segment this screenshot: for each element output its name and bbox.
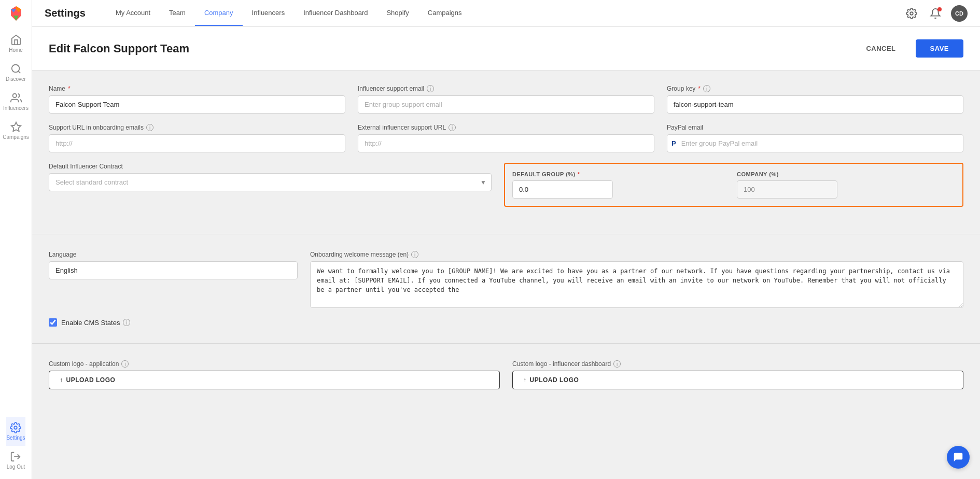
name-label: Name *	[49, 85, 345, 92]
sidebar: Home Discover Influencers Campaigns Sett…	[0, 0, 32, 479]
nav-link-company[interactable]: Company	[195, 1, 243, 26]
onboarding-msg-label: Onboarding welcome message (en) i	[310, 251, 963, 258]
influencer-email-input[interactable]	[358, 95, 654, 114]
svg-point-5	[11, 65, 19, 73]
form-row-language: Language Onboarding welcome message (en)…	[49, 251, 963, 308]
company-input	[737, 180, 837, 199]
enable-cms-label: Enable CMS States i	[61, 319, 130, 327]
paypal-email-label: PayPal email	[667, 124, 963, 131]
form-section-language: Language Onboarding welcome message (en)…	[32, 236, 980, 341]
external-url-info-icon: i	[449, 124, 456, 131]
contract-select[interactable]	[49, 173, 492, 191]
enable-cms-row: Enable CMS States i	[49, 318, 963, 327]
paypal-input-wrapper: P	[667, 134, 963, 152]
sidebar-campaigns-label: Campaigns	[3, 134, 29, 140]
app-title: Settings	[45, 7, 86, 19]
sidebar-item-settings[interactable]: Settings	[6, 417, 25, 446]
paypal-email-input[interactable]	[679, 135, 959, 152]
upload-logo-dash-button[interactable]: ↑ UPLOAD LOGO	[512, 371, 963, 389]
form-row-3: Default Influencer Contract ▼ DEFAULT GR…	[49, 163, 963, 207]
app-logo[interactable]	[7, 4, 25, 23]
contract-label: Default Influencer Contract	[49, 163, 492, 170]
page-title: Edit Falcon Support Team	[49, 42, 189, 55]
svg-point-7	[12, 94, 16, 97]
svg-point-11	[910, 12, 913, 15]
sidebar-logout-label: Log Out	[7, 464, 25, 470]
onboarding-msg-info-icon: i	[411, 251, 418, 258]
notification-dot	[937, 7, 942, 11]
section-divider-1	[32, 234, 980, 234]
notification-icon-btn[interactable]	[927, 5, 944, 22]
enable-cms-checkbox[interactable]	[49, 318, 57, 327]
sidebar-discover-label: Discover	[6, 76, 26, 82]
form-group-external-url: External influencer support URL i	[358, 124, 654, 152]
language-label: Language	[49, 251, 298, 258]
sidebar-settings-label: Settings	[6, 435, 25, 441]
influencer-email-info-icon: i	[427, 85, 434, 92]
upload-dash-icon: ↑	[523, 376, 527, 384]
form-row-2: Support URL in onboarding emails i Exter…	[49, 124, 963, 152]
main-area: Settings My Account Team Company Influen…	[32, 0, 980, 479]
save-button[interactable]: SAVE	[916, 39, 963, 58]
sidebar-item-logout[interactable]: Log Out	[6, 446, 25, 475]
form-group-language: Language	[49, 251, 298, 308]
nav-link-shopify[interactable]: Shopify	[377, 1, 418, 26]
nav-icons: CD	[903, 5, 968, 22]
svg-marker-8	[11, 122, 20, 131]
logo-dash-label: Custom logo - influencer dashboard i	[512, 360, 963, 368]
group-key-input[interactable]	[667, 95, 963, 114]
user-avatar[interactable]: CD	[951, 5, 968, 22]
form-group-support-url: Support URL in onboarding emails i	[49, 124, 345, 152]
sidebar-item-campaigns[interactable]: Campaigns	[0, 116, 32, 145]
group-key-label: Group key * i	[667, 85, 963, 92]
enable-cms-info-icon: i	[123, 319, 130, 326]
upload-logo-app-button[interactable]: ↑ UPLOAD LOGO	[49, 371, 500, 389]
logo-app-label: Custom logo - application i	[49, 360, 500, 368]
nav-link-influencer-dashboard[interactable]: Influencer Dashboard	[294, 1, 377, 26]
form-group-logo-app: Custom logo - application i ↑ UPLOAD LOG…	[49, 360, 500, 389]
support-url-input[interactable]	[49, 134, 345, 152]
sidebar-item-influencers[interactable]: Influencers	[0, 87, 32, 116]
form-section-logos: Custom logo - application i ↑ UPLOAD LOG…	[32, 346, 980, 414]
support-url-info-icon: i	[146, 124, 153, 131]
nav-link-my-account[interactable]: My Account	[106, 1, 160, 26]
nav-link-campaigns[interactable]: Campaigns	[418, 1, 471, 26]
name-input[interactable]	[49, 95, 345, 114]
influencer-email-label: Influencer support email i	[358, 85, 654, 92]
paypal-logo-icon: P	[671, 139, 676, 147]
form-row-logos: Custom logo - application i ↑ UPLOAD LOG…	[49, 360, 963, 389]
logo-app-info-icon: i	[121, 360, 129, 368]
split-group-company: COMPANY (%)	[737, 171, 955, 199]
external-url-label: External influencer support URL i	[358, 124, 654, 131]
default-group-label: DEFAULT GROUP (%) *	[512, 171, 731, 177]
section-divider-2	[32, 343, 980, 344]
support-url-label: Support URL in onboarding emails i	[49, 124, 345, 131]
cancel-button[interactable]: CANCEL	[851, 39, 910, 58]
sidebar-home-label: Home	[9, 47, 23, 53]
sidebar-item-home[interactable]: Home	[0, 29, 32, 58]
nav-link-influencers[interactable]: Influencers	[243, 1, 295, 26]
onboarding-msg-textarea[interactable]: We want to formally welcome you to [GROU…	[310, 261, 963, 308]
form-group-onboarding-msg: Onboarding welcome message (en) i We wan…	[310, 251, 963, 308]
group-key-info-icon: i	[703, 85, 710, 92]
contract-select-wrapper: ▼	[49, 173, 492, 191]
settings-icon-btn[interactable]	[903, 5, 920, 22]
logo-dash-info-icon: i	[613, 360, 621, 368]
page-header: Edit Falcon Support Team CANCEL SAVE	[32, 27, 980, 71]
sidebar-item-discover[interactable]: Discover	[0, 58, 32, 87]
form-group-group-key: Group key * i	[667, 85, 963, 114]
form-section-basic: Name * Influencer support email i Group …	[32, 71, 980, 232]
svg-point-9	[15, 426, 18, 429]
split-percentage-box: DEFAULT GROUP (%) * COMPANY (%)	[504, 163, 963, 207]
default-group-input[interactable]	[512, 180, 613, 199]
group-key-required: *	[698, 85, 701, 92]
nav-links: My Account Team Company Influencers Infl…	[106, 1, 903, 26]
nav-link-team[interactable]: Team	[160, 1, 195, 26]
form-group-influencer-email: Influencer support email i	[358, 85, 654, 114]
form-group-contract: Default Influencer Contract ▼	[49, 163, 492, 207]
language-input[interactable]	[49, 261, 298, 279]
upload-icon: ↑	[60, 376, 63, 384]
top-nav: Settings My Account Team Company Influen…	[32, 0, 980, 27]
external-url-input[interactable]	[358, 134, 654, 152]
chat-bubble-button[interactable]	[947, 446, 970, 469]
